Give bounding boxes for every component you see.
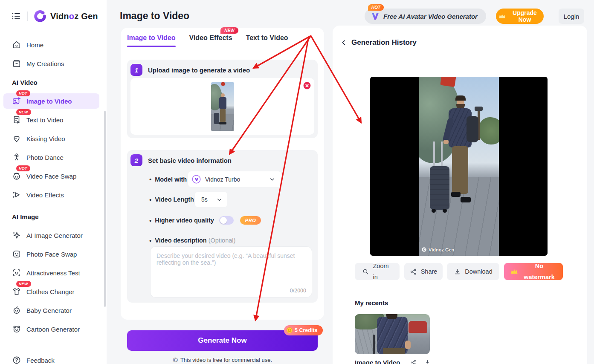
download-button[interactable]: Download [447, 263, 499, 280]
new-badge: NEW [16, 109, 31, 115]
smiley-face-icon [12, 249, 21, 259]
recent-video-thumbnail[interactable] [355, 314, 430, 354]
model-label: Model with [155, 176, 187, 183]
step1-title: Upload image to generate a video [148, 66, 250, 74]
uploaded-image-thumbnail [211, 82, 234, 131]
new-badge: NEW [16, 281, 31, 287]
step1-upload-section: 1 Upload image to generate a video [127, 60, 318, 138]
sidebar-scrollbar[interactable] [104, 111, 106, 307]
sidebar-item-home[interactable]: Home [3, 37, 99, 52]
download-icon [454, 268, 461, 275]
video-effects-icon [12, 190, 21, 199]
sidebar-item-feedback[interactable]: Feedback [3, 352, 99, 364]
question-circle-icon [12, 355, 21, 364]
baby-face-icon [12, 306, 21, 315]
back-chevron-icon[interactable] [340, 39, 347, 46]
tab-text-to-video[interactable]: Text to Video [246, 34, 288, 47]
character-counter: 0/2000 [290, 288, 306, 294]
description-row: • Video description (Optional) [149, 236, 235, 245]
brand-g-icon [33, 9, 47, 23]
hot-badge: HOT [368, 4, 384, 11]
sidebar-item-ai-image-generator[interactable]: AI Image Generator [3, 228, 99, 243]
sidebar-item-baby-generator[interactable]: Baby Generator [3, 303, 99, 318]
home-icon [12, 40, 21, 49]
magnifier-icon [362, 268, 369, 275]
image-to-video-icon [12, 96, 21, 106]
hot-badge: HOT [16, 90, 30, 96]
share-button[interactable]: Share [404, 263, 443, 280]
higher-quality-row: • Higher video quality PRO [149, 216, 261, 225]
sidebar-item-photo-dance[interactable]: Photo Dance [3, 150, 99, 165]
pro-badge: PRO [240, 216, 261, 225]
free-avatar-generator-button[interactable]: HOT Free AI Avatar Video Generator [365, 9, 486, 24]
bear-face-icon [12, 324, 21, 334]
remove-image-button[interactable] [303, 82, 311, 90]
sidebar-item-image-to-video[interactable]: HOT Image to Video [3, 93, 99, 109]
sidebar-item-text-to-video[interactable]: NEW Text to Video [3, 112, 99, 127]
face-swap-icon [12, 171, 21, 181]
share-icon[interactable] [410, 359, 417, 364]
heart-kiss-icon [12, 134, 21, 143]
hot-badge: HOT [16, 165, 30, 171]
login-button[interactable]: Login [559, 9, 584, 24]
text-to-video-icon [12, 115, 21, 124]
credits-badge: 5 Credits [284, 325, 323, 335]
sidebar: Vidnoz Gen Home My Creations AI Video [0, 0, 107, 364]
video-description-field-wrap: 0/2000 [150, 246, 312, 298]
step2-title: Set basic video information [148, 157, 232, 164]
sidebar-group-ai-video: AI Video [12, 79, 107, 86]
crown-icon [498, 13, 506, 20]
copyright-icon: © [173, 356, 178, 364]
download-icon[interactable] [424, 359, 431, 364]
chevron-down-icon [216, 196, 223, 203]
sidebar-item-photo-face-swap[interactable]: Photo Face Swap [3, 246, 99, 262]
share-icon [410, 268, 417, 275]
sidebar-header: Vidnoz Gen [0, 0, 107, 32]
sidebar-group-ai-image: AI Image [12, 213, 107, 220]
coin-icon [287, 327, 293, 333]
sidebar-item-my-creations[interactable]: My Creations [3, 56, 99, 71]
video-description-label: Video description (Optional) [155, 237, 235, 244]
sidebar-item-clothes-changer[interactable]: NEW Clothes Changer [3, 284, 99, 299]
sidebar-item-kissing-video[interactable]: Kissing Video [3, 131, 99, 146]
vidnoz-turbo-icon [192, 175, 201, 184]
brand-name: Vidnoz Gen [50, 12, 98, 21]
sidebar-item-cartoon-generator[interactable]: Cartoon Generator [3, 321, 99, 337]
higher-quality-toggle[interactable] [219, 216, 234, 225]
brand-logo[interactable]: Vidnoz Gen [33, 9, 98, 23]
sidebar-item-video-effects[interactable]: Video Effects [3, 187, 99, 202]
recent-item-row: Image to Video [355, 359, 431, 364]
video-watermark: Vidnoz Gen [421, 247, 454, 252]
sidebar-item-attractiveness-test[interactable]: Attractiveness Test [3, 265, 99, 280]
tab-bar: Image to Video Video Effects NEW Text to… [127, 34, 288, 47]
page-title: Image to Video [120, 10, 189, 22]
app-root: Vidnoz Gen Home My Creations AI Video [0, 0, 594, 364]
dancing-person-icon [12, 153, 21, 162]
new-badge: NEW [220, 27, 238, 34]
model-row: • Model with [149, 171, 187, 187]
sidebar-item-video-face-swap[interactable]: HOT Video Face Swap [3, 168, 99, 184]
model-select[interactable]: Vidnoz Turbo [188, 171, 281, 187]
video-length-select[interactable]: 5s [195, 192, 227, 207]
video-description-input[interactable] [150, 246, 312, 298]
sparkle-star-icon [12, 231, 21, 240]
menu-icon[interactable] [11, 11, 21, 21]
tab-video-effects[interactable]: Video Effects NEW [189, 34, 232, 47]
commercial-use-note: © This video is free for commercial use. [173, 356, 272, 364]
face-scan-icon [12, 268, 21, 277]
upgrade-now-button[interactable]: Upgrade Now [496, 9, 544, 24]
archive-box-icon [12, 59, 21, 68]
video-length-row: • Video Length [149, 192, 194, 207]
generation-history-title: Generation History [351, 38, 417, 47]
upload-image-panel[interactable] [130, 78, 314, 135]
recent-item-label: Image to Video [355, 359, 400, 364]
generation-video-preview[interactable]: Vidnoz Gen [370, 77, 548, 256]
crown-icon [510, 269, 518, 275]
video-length-label: Video Length [155, 196, 194, 203]
step2-number: 2 [130, 154, 142, 166]
zoom-in-button[interactable]: Zoom in [355, 263, 400, 280]
step1-number: 1 [130, 64, 142, 76]
no-watermark-button[interactable]: No watermark [504, 263, 563, 280]
my-recents-title: My recents [355, 299, 388, 306]
tab-image-to-video[interactable]: Image to Video [127, 34, 176, 47]
